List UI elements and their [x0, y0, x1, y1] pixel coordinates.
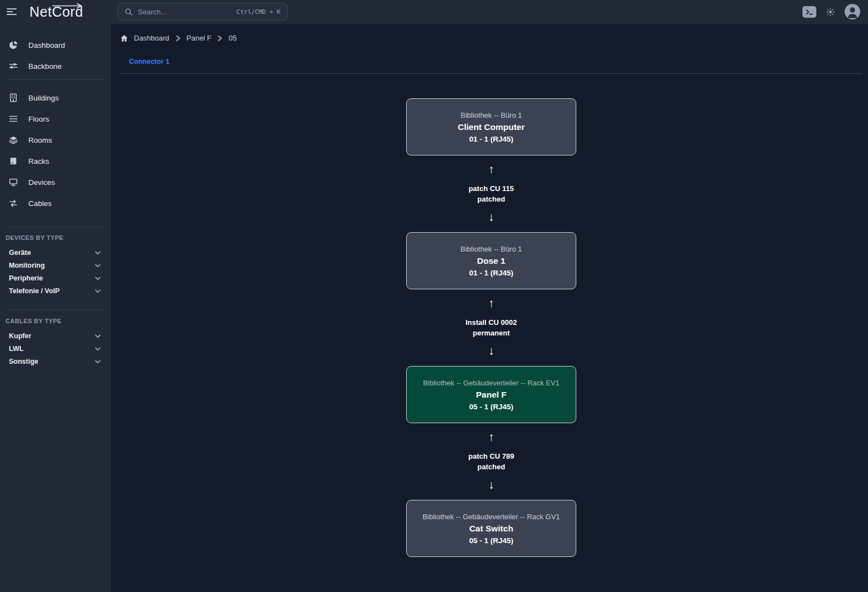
node-dose-1[interactable]: Bibliothek -- Büro 1 Dose 1 01 - 1 (RJ45… — [406, 232, 576, 289]
search-placeholder: Search... — [138, 8, 167, 16]
node-name: Cat Switch — [469, 524, 513, 534]
topbar-actions — [802, 4, 860, 19]
arrow-up-icon: ↑ — [488, 163, 495, 175]
chevron-down-icon — [94, 249, 102, 257]
chevron-right-icon — [175, 35, 181, 42]
topbar: NetCord Search... Ctrl/CMD + K — [0, 0, 868, 24]
node-name: Panel F — [476, 390, 506, 400]
chevron-down-icon — [94, 345, 102, 353]
filter-label: Telefonie / VoIP — [9, 287, 59, 295]
chevron-down-icon — [94, 274, 102, 282]
connection-diagram: Bibliothek -- Büro 1 Client Computer 01 … — [120, 98, 862, 557]
arrow-down-icon: ↓ — [488, 479, 495, 491]
sidebar-item-label: Devices — [28, 178, 55, 187]
node-location: Bibliothek -- Büro 1 — [461, 245, 522, 253]
node-location: Bibliothek -- Gebäudeverteiler -- Rack E… — [423, 379, 560, 387]
terminal-button[interactable] — [802, 6, 816, 18]
user-avatar[interactable] — [845, 4, 860, 19]
cable-label[interactable]: patch CU 115 — [468, 183, 514, 194]
node-client-computer[interactable]: Bibliothek -- Büro 1 Client Computer 01 … — [406, 98, 576, 155]
filter-geraete[interactable]: Geräte — [0, 246, 110, 259]
sidebar-item-label: Buildings — [28, 94, 59, 102]
sidebar-item-racks[interactable]: Racks — [0, 150, 110, 172]
breadcrumb: Dashboard Panel F 05 — [120, 34, 862, 42]
filter-lwl[interactable]: LWL — [0, 342, 110, 355]
filter-telefonie-voip[interactable]: Telefonie / VoIP — [0, 284, 110, 297]
node-panel-f-highlighted[interactable]: Bibliothek -- Gebäudeverteiler -- Rack E… — [406, 366, 576, 423]
chevron-down-icon — [94, 332, 102, 340]
arrow-up-icon: ↑ — [488, 297, 495, 309]
node-location: Bibliothek -- Büro 1 — [461, 111, 522, 119]
sidebar-item-label: Backbone — [28, 62, 62, 71]
filter-peripherie[interactable]: Peripherie — [0, 272, 110, 284]
node-location: Bibliothek -- Gebäudeverteiler -- Rack G… — [422, 513, 560, 521]
rows-icon — [8, 114, 19, 124]
devices-by-type-heading: DEVICES BY TYPE — [0, 234, 110, 241]
arrow-down-icon: ↓ — [488, 345, 495, 357]
connection-3: ↑ patch CU 789 patched ↓ — [468, 423, 514, 500]
sidebar: Dashboard Backbone — [0, 24, 111, 592]
node-port: 05 - 1 (RJ45) — [469, 403, 513, 411]
tab-connector-1[interactable]: Connector 1 — [129, 58, 169, 66]
breadcrumb-item-05[interactable]: 05 — [228, 34, 236, 42]
filter-monitoring[interactable]: Monitoring — [0, 259, 110, 272]
logo-arrow-icon — [52, 3, 84, 9]
search-input[interactable]: Search... Ctrl/CMD + K — [117, 3, 288, 21]
breadcrumb-item-panel-f[interactable]: Panel F — [187, 34, 212, 42]
home-icon[interactable] — [120, 34, 128, 42]
filter-label: LWL — [9, 345, 23, 353]
breadcrumb-item-dashboard[interactable]: Dashboard — [134, 34, 169, 42]
filter-label: Kupfer — [9, 332, 31, 340]
search-icon — [124, 8, 133, 16]
sidebar-item-label: Racks — [28, 157, 49, 165]
chevron-right-icon — [217, 35, 223, 42]
node-cat-switch[interactable]: Bibliothek -- Gebäudeverteiler -- Rack G… — [406, 500, 576, 557]
sidebar-item-label: Floors — [28, 115, 49, 123]
cable-label[interactable]: patch CU 789 — [468, 451, 514, 461]
connector-tabs: Connector 1 — [120, 56, 862, 74]
filter-label: Monitoring — [9, 262, 45, 269]
node-name: Dose 1 — [477, 256, 506, 266]
cables-by-type-heading: CABLES BY TYPE — [0, 318, 110, 324]
sidebar-item-devices[interactable]: Devices — [0, 172, 110, 193]
node-port: 01 - 1 (RJ45) — [469, 269, 513, 277]
tabs-divider — [120, 73, 862, 74]
divider — [6, 227, 104, 227]
pie-chart-icon — [8, 40, 19, 50]
rack-icon — [8, 156, 19, 166]
sidebar-item-cables[interactable]: Cables — [0, 193, 110, 214]
arrow-down-icon: ↓ — [488, 211, 495, 223]
search-shortcut-hint: Ctrl/CMD + K — [237, 8, 281, 16]
node-port: 01 - 1 (RJ45) — [469, 135, 513, 143]
sidebar-item-floors[interactable]: Floors — [0, 108, 110, 129]
sidebar-item-dashboard[interactable]: Dashboard — [0, 34, 110, 56]
cable-status: permanent — [473, 328, 510, 338]
connection-2: ↑ Install CU 0002 permanent ↓ — [466, 289, 517, 366]
sidebar-item-backbone[interactable]: Backbone — [0, 56, 110, 77]
building-icon — [8, 93, 19, 103]
sidebar-item-label: Rooms — [28, 136, 52, 144]
filter-sonstige[interactable]: Sonstige — [0, 355, 110, 368]
sliders-icon — [8, 61, 19, 71]
terminal-icon — [805, 8, 814, 16]
divider — [6, 79, 104, 80]
connection-1: ↑ patch CU 115 patched ↓ — [468, 155, 514, 232]
sidebar-item-label: Cables — [28, 199, 52, 208]
chevron-down-icon — [94, 262, 102, 269]
menu-toggle-icon[interactable] — [7, 6, 18, 18]
app-logo: NetCord — [29, 5, 83, 19]
swap-arrows-icon — [8, 198, 19, 208]
node-name: Client Computer — [458, 122, 525, 132]
sidebar-item-buildings[interactable]: Buildings — [0, 87, 110, 108]
filter-kupfer[interactable]: Kupfer — [0, 329, 110, 342]
arrow-up-icon: ↑ — [488, 431, 495, 443]
cable-label[interactable]: Install CU 0002 — [466, 317, 517, 328]
filter-label: Peripherie — [9, 274, 43, 282]
theme-toggle-button[interactable] — [826, 7, 835, 17]
filter-label: Sonstige — [9, 358, 38, 365]
node-port: 05 - 1 (RJ45) — [469, 536, 513, 545]
chevron-down-icon — [94, 287, 102, 295]
divider — [6, 310, 104, 310]
sidebar-item-rooms[interactable]: Rooms — [0, 129, 110, 150]
layers-icon — [8, 135, 19, 145]
